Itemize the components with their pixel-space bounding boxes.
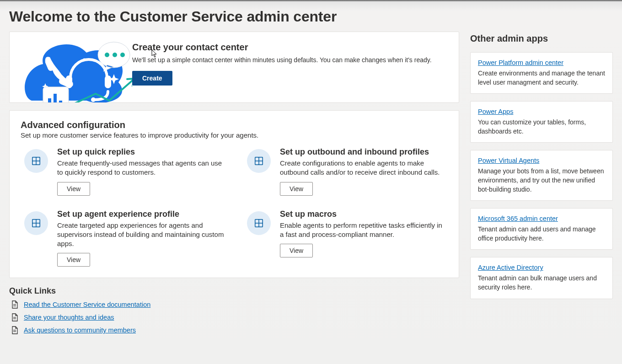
svg-point-6 [83, 59, 86, 61]
adv-desc: Enable agents to perform repetitive task… [280, 221, 448, 240]
advanced-heading: Advanced configuration [21, 120, 448, 130]
contact-center-illustration-icon [18, 32, 132, 103]
page-title: Welcome to the Customer Service admin ce… [9, 8, 613, 25]
adv-item-agent-exp: Set up agent experience profile Create t… [21, 209, 225, 267]
grid-icon [247, 149, 271, 173]
quick-links-heading: Quick Links [9, 286, 459, 296]
view-button-quick-replies[interactable]: View [57, 182, 90, 196]
quick-link-community[interactable]: Ask questions to community members [24, 327, 136, 334]
adv-item-macros: Set up macros Enable agents to perform r… [243, 209, 448, 267]
create-button[interactable]: Create [132, 71, 172, 86]
app-link[interactable]: Microsoft 365 admin center [478, 215, 605, 222]
quick-link-feedback[interactable]: Share your thoughts and ideas [24, 314, 114, 321]
app-card-m365: Microsoft 365 admin center Tenant admin … [470, 208, 613, 250]
quick-links-section: Quick Links Read the Customer Service do… [9, 286, 459, 334]
view-button-profiles[interactable]: View [280, 182, 313, 196]
svg-point-0 [105, 53, 109, 57]
adv-title: Set up macros [280, 209, 448, 219]
adv-title: Set up outbound and inbound profiles [280, 147, 448, 157]
advanced-sub: Set up more customer service features to… [21, 131, 448, 139]
view-button-agent-exp[interactable]: View [57, 253, 90, 267]
quick-link-row: Read the Customer Service documentation [9, 300, 459, 309]
svg-point-2 [120, 53, 125, 57]
app-link[interactable]: Azure Active Directory [478, 264, 605, 271]
svg-rect-4 [105, 75, 111, 88]
svg-point-1 [113, 53, 117, 57]
adv-item-quick-replies: Set up quick replies Create frequently-u… [21, 147, 225, 196]
document-icon [11, 326, 18, 334]
app-link[interactable]: Power Platform admin center [478, 59, 605, 66]
adv-title: Set up quick replies [57, 147, 225, 157]
adv-title: Set up agent experience profile [57, 209, 225, 219]
adv-desc: Create targeted app experiences for agen… [57, 221, 225, 249]
view-button-macros[interactable]: View [280, 244, 313, 257]
document-icon [11, 300, 18, 309]
app-card-power-platform: Power Platform admin center Create envir… [470, 52, 613, 94]
app-desc: Tenant admin can bulk manage users and s… [478, 274, 605, 292]
svg-point-5 [91, 97, 96, 102]
adv-desc: Create configurations to enable agents t… [280, 159, 448, 177]
app-desc: Manage your bots from a list, move betwe… [478, 167, 605, 194]
hero-title: Create your contact center [132, 42, 432, 53]
app-desc: You can customize your tables, forms, da… [478, 118, 605, 136]
svg-rect-10 [54, 94, 57, 103]
svg-rect-9 [48, 98, 51, 103]
adv-desc: Create frequently-used messages that age… [57, 159, 225, 177]
hero-card: Create your contact center We'll set up … [9, 32, 459, 103]
app-link[interactable]: Power Apps [478, 108, 605, 115]
svg-rect-11 [59, 101, 62, 103]
app-card-pva: Power Virtual Agents Manage your bots fr… [470, 150, 613, 201]
quick-link-docs[interactable]: Read the Customer Service documentation [24, 301, 150, 308]
app-card-power-apps: Power Apps You can customize your tables… [470, 101, 613, 143]
grid-icon [247, 211, 271, 235]
grid-icon [24, 149, 48, 173]
quick-link-row: Share your thoughts and ideas [9, 313, 459, 321]
app-desc: Tenant admin can add users and manage of… [478, 225, 605, 243]
adv-item-profiles: Set up outbound and inbound profiles Cre… [243, 147, 448, 196]
hero-desc: We'll set up a simple contact center wit… [132, 56, 432, 64]
grid-icon [24, 211, 48, 235]
document-icon [11, 313, 18, 321]
app-link[interactable]: Power Virtual Agents [478, 157, 605, 164]
advanced-config-card: Advanced configuration Set up more custo… [9, 110, 459, 278]
app-card-aad: Azure Active Directory Tenant admin can … [470, 257, 613, 299]
sidebar-heading: Other admin apps [470, 33, 613, 44]
quick-link-row: Ask questions to community members [9, 326, 459, 334]
app-desc: Create environments and manage the tenan… [478, 69, 605, 87]
